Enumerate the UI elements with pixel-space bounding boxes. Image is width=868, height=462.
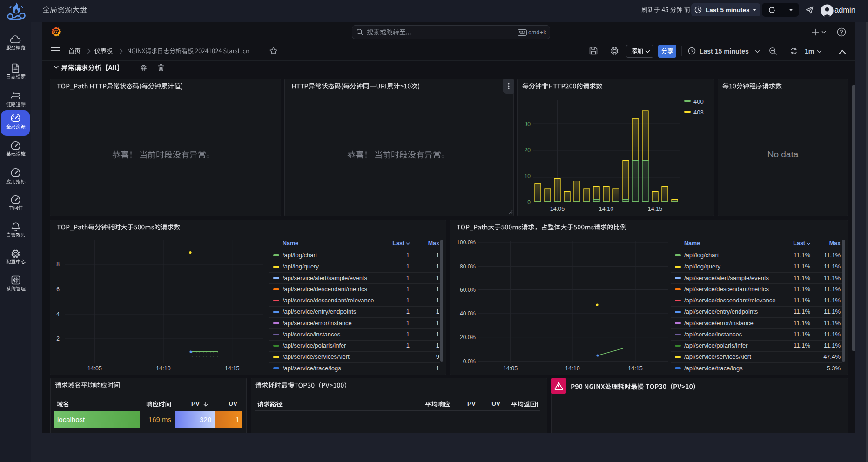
- svg-text:14:05: 14:05: [87, 365, 102, 372]
- svg-text:6: 6: [56, 286, 60, 293]
- svg-text:14:15: 14:15: [225, 365, 239, 372]
- svg-text:14:15: 14:15: [628, 365, 642, 372]
- svg-text:10: 10: [525, 173, 531, 180]
- svg-text:14:15: 14:15: [648, 206, 662, 212]
- svg-text:14:05: 14:05: [550, 206, 565, 212]
- svg-text:4: 4: [56, 311, 60, 317]
- svg-text:60.0%: 60.0%: [460, 287, 476, 293]
- svg-text:20.0%: 20.0%: [460, 334, 476, 341]
- svg-text:2: 2: [56, 335, 60, 342]
- svg-text:80.0%: 80.0%: [460, 263, 476, 270]
- svg-text:8: 8: [56, 261, 60, 268]
- svg-text:400: 400: [693, 98, 704, 105]
- svg-text:100.0%: 100.0%: [457, 239, 476, 246]
- svg-text:40.0%: 40.0%: [460, 310, 476, 317]
- svg-text:403: 403: [693, 109, 704, 116]
- svg-text:14:10: 14:10: [599, 206, 613, 212]
- svg-text:14:10: 14:10: [156, 365, 170, 372]
- svg-text:0.0%: 0.0%: [463, 358, 476, 365]
- svg-text:14:05: 14:05: [503, 365, 518, 372]
- svg-text:14:10: 14:10: [565, 365, 579, 372]
- svg-text:30: 30: [525, 121, 531, 127]
- svg-text:20: 20: [525, 147, 531, 154]
- svg-text:0: 0: [527, 199, 531, 206]
